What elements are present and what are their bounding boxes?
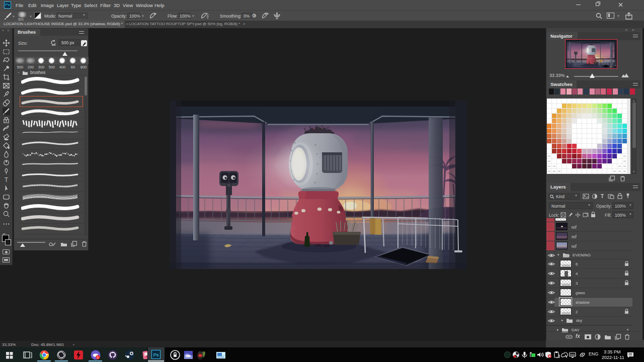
svg-text:T: T — [5, 176, 9, 184]
svg-text:FHD: FHD — [570, 354, 575, 356]
